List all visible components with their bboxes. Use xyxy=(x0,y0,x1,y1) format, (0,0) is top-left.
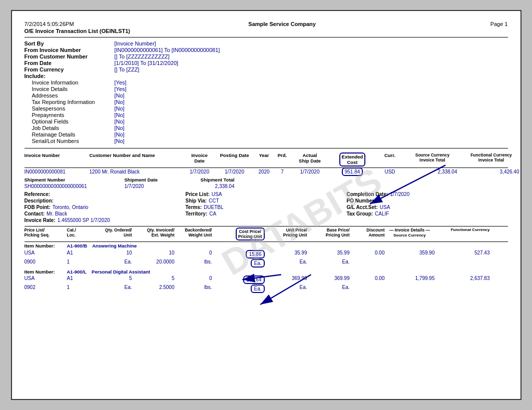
from-customer-value: [] To [ZZZZZZZZZZZZ] xyxy=(115,54,170,60)
item2-cost-unit: Ea. xyxy=(212,284,265,293)
from-currency-row: From Currency [] To [ZZZ] xyxy=(25,66,508,72)
include-optional-fields-label: Optional Fields xyxy=(25,118,115,124)
price-list-value: USA xyxy=(212,192,222,197)
include-invoice-details-value: [Yes] xyxy=(115,86,127,92)
info-col1: Reference: Description: FOB Point: Toron… xyxy=(25,192,186,224)
include-retainage-value: [No] xyxy=(115,132,125,138)
prd: 7 xyxy=(274,169,291,174)
include-invoice-details: Invoice Details [Yes] xyxy=(25,86,508,92)
item2-qty-ordered: 5 xyxy=(90,276,132,284)
col-customer-name: Customer Number and Name xyxy=(90,152,185,166)
info-col3: Completion Date: 1/7/2020 PO Number: G/L… xyxy=(347,192,508,224)
item2-unit-ordered: Ea. xyxy=(90,284,132,293)
sort-by-value: [Invoice Number] xyxy=(115,40,156,46)
col-functional-currency: Functional CurrencyInvoice Total xyxy=(461,152,521,166)
from-currency-value: [] To [ZZZ] xyxy=(115,66,140,72)
include-serial-lot-label: Serial/Lot Numbers xyxy=(25,138,115,144)
po-number-row: PO Number: xyxy=(347,198,508,204)
info-grid: Reference: Description: FOB Point: Toron… xyxy=(25,192,508,224)
po-number-label: PO Number: xyxy=(347,198,376,204)
include-salespersons: Salespersons [No] xyxy=(25,106,508,112)
sort-by-row: Sort By [Invoice Number] xyxy=(25,40,508,46)
item1-price-list: USA xyxy=(25,250,67,258)
params-divider xyxy=(25,148,508,148)
col-cost-price: Cost Price/Pricing Unit xyxy=(212,228,265,240)
item1-unit-price: 35.99 xyxy=(265,250,307,258)
item1-source-empty xyxy=(385,259,435,268)
invoice-rate-row: Invoice Rate: 1.4655000 SP 1/7/2020 xyxy=(25,218,186,223)
item2-unit-price-unit: Ea. xyxy=(265,284,307,293)
item2-base-price: 369.99 xyxy=(307,276,350,284)
item1-cat: A1 xyxy=(67,250,90,258)
terms-row: Terms: DUETBL xyxy=(186,204,347,210)
gl-acct-value: USA xyxy=(380,204,390,210)
invoice-table: Invoice Number Customer Number and Name … xyxy=(25,152,508,293)
item2-cat: A1 xyxy=(67,276,90,284)
item2-price-list: USA xyxy=(25,276,67,284)
col-actual-ship-date: ActualShip Date xyxy=(291,152,329,166)
shipment-number: SH00000000000000000061 xyxy=(25,184,125,189)
invoice-rate-label: Invoice Rate: xyxy=(25,218,56,223)
tax-group-row: Tax Group: CALIF xyxy=(347,211,508,216)
col-shipment-date: Shipment Date xyxy=(125,177,180,182)
completion-date-value: 1/7/2020 xyxy=(390,192,409,197)
include-invoice-info-label: Invoice Information xyxy=(25,80,115,86)
from-customer-label: From Customer Number xyxy=(25,54,115,60)
reference-row: Reference: xyxy=(25,192,186,197)
reference-label: Reference: xyxy=(25,192,51,197)
include-salespersons-label: Salespersons xyxy=(25,106,115,112)
tax-group-label: Tax Group: xyxy=(347,211,373,216)
col-cat-loc: Cat./Loc. xyxy=(67,228,90,240)
completion-date-row: Completion Date: 1/7/2020 xyxy=(347,192,508,197)
col-invoice-number: Invoice Number xyxy=(25,152,90,166)
shipment-total: 2,338.04 xyxy=(180,184,235,189)
item1-functional-empty xyxy=(435,259,490,268)
item2-ext-weight: 2.5000 xyxy=(132,284,175,293)
invoice-col-headers: Invoice Number Customer Number and Name … xyxy=(25,152,508,168)
from-date-row: From Date [1/1/2010] To [31/12/2020] xyxy=(25,60,508,66)
include-retainage-label: Retainage Details xyxy=(25,132,115,138)
col-invoice-date: InvoiceDate xyxy=(185,152,215,166)
item1-source-invoice: 359.90 xyxy=(385,250,435,258)
params-section: Sort By [Invoice Number] From Invoice Nu… xyxy=(25,40,508,144)
item2-seq: 0902 xyxy=(25,284,67,293)
ship-via-value: CCT xyxy=(209,198,219,204)
col-source-currency: Source CurrencyInvoice Total xyxy=(404,152,461,166)
ship-via-row: Ship Via: CCT xyxy=(186,198,347,204)
include-tax-reporting: Tax Reporting Information [No] xyxy=(25,99,508,105)
include-addresses: Addresses [No] xyxy=(25,92,508,98)
from-invoice-value: [IN0000000000061] To [IN0000000000081] xyxy=(115,47,220,53)
col-year: Year xyxy=(255,152,274,166)
item1-discount-empty xyxy=(350,259,385,268)
col-curr: Curr. xyxy=(376,152,404,166)
curr: USD xyxy=(376,169,404,174)
report-header: 7/2/2014 5:05:26PM Sample Service Compan… xyxy=(25,21,508,27)
col-price-list: Price List/Picking Seq. xyxy=(25,228,67,240)
item2-qty-invoiced: 5 xyxy=(132,276,175,284)
ship-via-label: Ship Via: xyxy=(186,198,207,204)
col-functional-detail: Functional Currency xyxy=(435,228,490,240)
item1-weight-unit: lbs. xyxy=(175,259,212,268)
shipment-col-headers: Shipment Number Shipment Date Shipment T… xyxy=(25,176,508,183)
from-date-value: [1/1/2010] To [31/12/2020] xyxy=(115,60,179,66)
sort-by-label: Sort By xyxy=(25,40,115,46)
description-row: Description: xyxy=(25,198,186,204)
item2-source-empty xyxy=(385,284,435,293)
item2-header-row: Item Number: A1-900/L Personal Digital A… xyxy=(25,268,508,275)
col-qty-invoiced: Qty. Invoiced/Ext. Weight xyxy=(132,228,175,240)
include-job-details-label: Job Details xyxy=(25,125,115,131)
item1-unit-price-unit: Ea. xyxy=(265,259,307,268)
item1-cost-price: 15.86 xyxy=(212,250,265,258)
price-list-label: Price List: xyxy=(186,192,210,197)
tax-group-value: CALIF xyxy=(375,211,389,216)
include-tax-reporting-value: [No] xyxy=(115,99,125,105)
contact-label: Contact: xyxy=(25,211,45,216)
include-section: Invoice Information [Yes] Invoice Detail… xyxy=(25,80,508,144)
company-name: Sample Service Company xyxy=(248,21,316,27)
invoice-date: 1/7/2020 xyxy=(185,169,215,174)
col-unit-price: Unit Price/Pricing Unit xyxy=(265,228,307,240)
include-prepayments: Prepayments [No] xyxy=(25,112,508,118)
fob-label: FOB Point: xyxy=(25,204,51,210)
invoice-number: IN0000000000081 xyxy=(25,169,90,174)
invoice-data-row: IN0000000000081 1200 Mr. Ronald Black 1/… xyxy=(25,168,508,176)
